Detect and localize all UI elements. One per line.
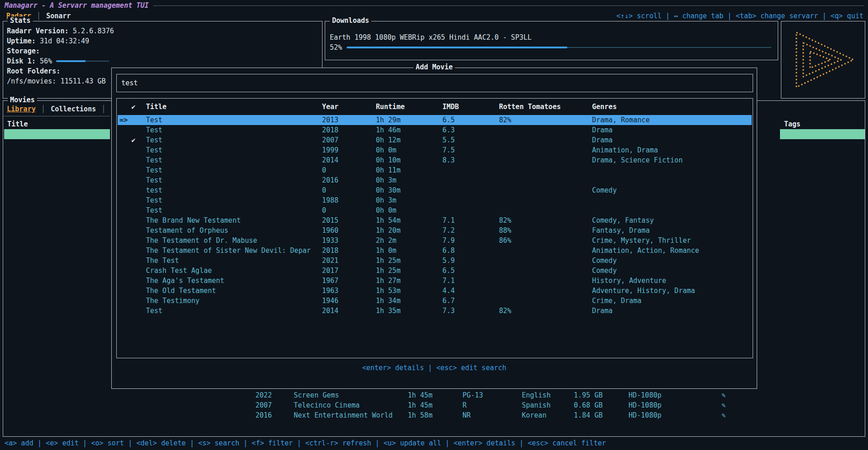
result-imdb: 5.9: [442, 256, 497, 266]
bottom-keybind-hints: <a> add | <e> edit | <o> sort | <del> de…: [5, 438, 606, 448]
movie-tags-cell: [780, 159, 865, 169]
storage-label: Storage:: [7, 46, 40, 56]
movie-title-cell: Nope: [4, 220, 110, 230]
search-result-row[interactable]: Test 0 0h 11m: [118, 165, 752, 175]
result-imdb: 7.1: [442, 276, 497, 286]
movie-row-details: 2022 Screen Gems 1h 45m PG-13 English 1.…: [4, 390, 864, 400]
movie-tags-cell: [780, 400, 865, 410]
movie-tags-cell: [780, 360, 865, 370]
result-rotten-tomatoes: [499, 135, 590, 145]
result-imdb: 7.5: [442, 145, 497, 155]
download-progress-line: 52%: [325, 42, 778, 52]
search-result-row[interactable]: Testament of Orpheus 1960 1h 20m 7.2 88%…: [118, 225, 752, 235]
header-divider: [153, 5, 864, 6]
search-result-row[interactable]: Test 0 0h 0m: [118, 205, 752, 215]
result-imdb: 4.4: [442, 286, 497, 296]
result-year: 2018: [322, 246, 373, 256]
check-icon: [131, 185, 145, 195]
download-progress-percent: 52%: [330, 43, 342, 52]
selection-marker: =>: [120, 115, 131, 125]
result-year: 2021: [322, 256, 373, 266]
movie-title-cell: The Conjuring 2: [4, 149, 110, 159]
result-imdb: 6.7: [442, 296, 497, 306]
add-movie-search-input[interactable]: test: [116, 74, 753, 92]
downloads-panel: Downloads Earth 1998 1080p WEBRip x265 H…: [325, 21, 778, 60]
result-title: The Old Testament: [146, 286, 321, 296]
selection-marker: [120, 175, 131, 185]
movies-tab-underline: [4, 116, 110, 116]
result-title: Test: [146, 205, 321, 215]
result-title: Crash Test Aglae: [146, 266, 321, 276]
movie-tags-cell: [780, 300, 865, 310]
result-genres: Drama: [592, 306, 752, 316]
search-result-row[interactable]: ✔ Test 2007 0h 12m 5.5 Drama: [118, 135, 752, 145]
result-genres: [592, 205, 752, 215]
search-result-row[interactable]: The Aga's Testament 1967 1h 27m 7.1 Hist…: [118, 276, 752, 286]
result-rotten-tomatoes: [499, 276, 590, 286]
movie-list-item[interactable]: The Invitation 2022 Screen Gems 1h 45m P…: [4, 390, 864, 400]
movie-tags-cell: [780, 209, 865, 220]
result-year: 2017: [322, 266, 373, 276]
result-year: 0: [322, 205, 373, 215]
movie-studio: Telecinco Cinema: [294, 400, 360, 410]
movie-list-item[interactable]: Train to Busan 2016 Next Entertainment W…: [4, 410, 864, 420]
search-result-row[interactable]: test 0 0h 30m Comedy: [118, 185, 752, 195]
movie-runtime: 1h 45m: [408, 390, 432, 400]
movie-tags-cell: [780, 169, 865, 179]
tab-collections[interactable]: Collections: [51, 104, 96, 115]
result-runtime: 1h 20m: [376, 225, 441, 235]
search-result-row[interactable]: Test 2014 0h 10m 8.3 Drama, Science Fict…: [118, 155, 752, 165]
search-results-table[interactable]: ✔ Title Year Runtime IMDB Rotten Tomatoe…: [116, 98, 753, 358]
uptime-label: Uptime:: [7, 36, 36, 46]
movie-title-cell: Ma: [4, 310, 110, 320]
movies-title-header: Title: [7, 119, 28, 129]
tab-library[interactable]: Library: [7, 104, 36, 115]
movie-size: 1.84 GB: [574, 410, 603, 420]
search-result-row[interactable]: Test 2018 1h 46m 6.3 Drama: [118, 125, 752, 135]
search-result-row[interactable]: The Brand New Testament 2015 1h 54m 7.1 …: [118, 215, 752, 225]
movie-quality: HD-1080p: [629, 390, 661, 400]
root-folders-label: Root Folders:: [7, 66, 60, 76]
search-result-row[interactable]: The Testament of Sister New Devil: Depar…: [118, 246, 752, 256]
result-runtime: 1h 0m: [376, 246, 441, 256]
result-year: 0: [322, 185, 373, 195]
result-rotten-tomatoes: [499, 256, 590, 266]
result-title: The Testament of Sister New Devil: Depar: [146, 246, 321, 256]
movie-language: English: [522, 390, 551, 400]
search-result-row[interactable]: Test 1988 0h 3m: [118, 195, 752, 205]
check-icon: [131, 246, 145, 256]
result-runtime: 0h 3m: [376, 175, 441, 185]
movie-year: 2016: [255, 410, 272, 420]
result-rotten-tomatoes: [499, 246, 590, 256]
result-title: Test: [146, 175, 321, 185]
movie-tags-cell: [780, 280, 865, 290]
movies-tags-header: Tags: [784, 119, 800, 129]
result-imdb: 7.2: [442, 225, 497, 235]
search-result-row[interactable]: => Test 2013 1h 29m 6.5 82% Drama, Roman…: [118, 115, 752, 125]
movie-title-cell: A Quiet Place: [4, 240, 110, 250]
search-result-row[interactable]: Test 1999 0h 0m 7.5 Animation, Drama: [118, 145, 752, 155]
search-result-row[interactable]: The Test 2021 1h 25m 5.9 Comedy: [118, 256, 752, 266]
result-rotten-tomatoes: [499, 155, 590, 165]
search-result-row[interactable]: The Old Testament 1963 1h 53m 4.4 Advent…: [118, 286, 752, 296]
check-icon: [131, 286, 145, 296]
search-result-row[interactable]: Test 2016 0h 3m: [118, 175, 752, 185]
search-result-row[interactable]: The Testimony 1946 1h 34m 6.7 Crime, Dra…: [118, 296, 752, 306]
movie-title-cell: Firestarter: [4, 340, 110, 350]
tab-sonarr[interactable]: Sonarr: [46, 11, 71, 21]
selection-marker: [120, 195, 131, 205]
result-runtime: 1h 53m: [376, 286, 441, 296]
selection-marker: [120, 256, 131, 266]
movie-list-item[interactable]: The Orphanage 2007 Telecinco Cinema 1h 4…: [4, 400, 864, 410]
search-result-row[interactable]: Crash Test Aglae 2017 1h 25m 6.5 Comedy: [118, 266, 752, 276]
result-genres: Drama, Romance: [592, 115, 752, 125]
movie-title-cell: Misery: [4, 350, 110, 360]
movie-tags-cell: [780, 199, 865, 209]
selection-marker: [120, 286, 131, 296]
selection-marker: [120, 165, 131, 175]
movie-tags-cell: [780, 270, 865, 280]
results-header-genres: Genres: [592, 101, 752, 112]
result-year: 1963: [322, 286, 373, 296]
search-result-row[interactable]: Test 2014 1h 35m 7.3 82% Drama: [118, 306, 752, 316]
search-result-row[interactable]: The Testament of Dr. Mabuse 1933 2h 2m 7…: [118, 235, 752, 246]
